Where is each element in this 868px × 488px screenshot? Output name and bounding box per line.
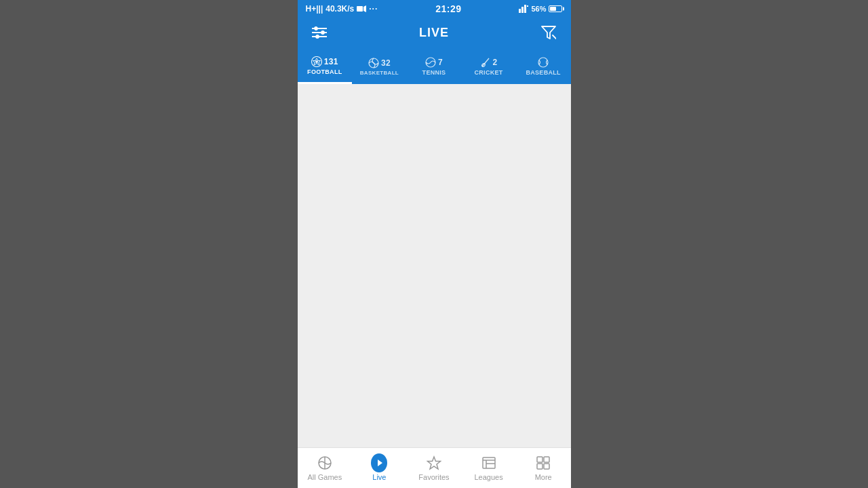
app-title: LIVE (419, 26, 449, 40)
data-icon (519, 5, 528, 13)
nav-favorites[interactable]: Favorites (407, 451, 462, 485)
tennis-count: 7 (438, 58, 443, 67)
main-content (298, 84, 571, 447)
status-bar: H+||| 40.3K/s ··· 21:29 56% (298, 0, 571, 18)
svg-rect-32 (544, 457, 549, 462)
tab-baseball[interactable]: BASEBALL (516, 47, 571, 84)
svg-point-12 (316, 35, 319, 38)
nav-all-games[interactable]: All Games (298, 451, 353, 485)
video-icon (357, 5, 366, 12)
more-label: More (535, 473, 552, 481)
battery-icon (549, 5, 562, 12)
status-right: 56% (519, 5, 562, 13)
svg-rect-34 (544, 464, 549, 469)
cricket-count: 2 (493, 58, 498, 67)
time-display: 21:29 (435, 3, 461, 14)
phone-frame: H+||| 40.3K/s ··· 21:29 56% (298, 0, 571, 488)
app-bar: LIVE (298, 18, 571, 47)
dots-icon: ··· (369, 4, 378, 14)
svg-point-17 (315, 60, 318, 63)
leagues-icon (481, 455, 497, 471)
football-label: FOOTBALL (307, 68, 342, 75)
svg-point-11 (321, 31, 324, 34)
svg-rect-0 (357, 6, 363, 12)
status-left: H+||| 40.3K/s ··· (306, 4, 378, 14)
tab-football[interactable]: 131 FOOTBALL (298, 47, 353, 84)
football-count: 131 (324, 57, 338, 66)
settings-icon-btn[interactable] (309, 22, 330, 43)
cricket-label: CRICKET (475, 69, 503, 76)
tab-cricket[interactable]: 2 CRICKET (461, 47, 516, 84)
svg-marker-26 (427, 457, 440, 469)
leagues-label: Leagues (474, 473, 502, 481)
basketball-count: 32 (381, 58, 391, 68)
svg-rect-4 (524, 5, 526, 13)
svg-line-20 (482, 58, 489, 66)
speed-text: 40.3K/s (326, 4, 354, 14)
basketball-label: BASKETBALL (360, 70, 399, 76)
svg-point-10 (315, 27, 317, 30)
svg-marker-13 (542, 26, 555, 39)
sport-tabs: 131 FOOTBALL 32 BASKETBALL (298, 47, 571, 84)
live-icon (371, 455, 387, 471)
favorites-label: Favorites (418, 473, 449, 481)
tennis-label: TENNIS (422, 69, 446, 76)
svg-rect-31 (537, 457, 542, 462)
baseball-label: BASEBALL (526, 69, 560, 76)
nav-more[interactable]: More (516, 451, 571, 485)
signal-text: H+||| (306, 4, 323, 14)
svg-rect-27 (483, 458, 495, 468)
nav-live[interactable]: Live (352, 451, 407, 485)
live-label: Live (372, 473, 386, 481)
svg-line-14 (553, 35, 556, 39)
svg-rect-33 (537, 464, 542, 469)
all-games-label: All Games (307, 473, 342, 481)
battery-percent: 56% (531, 5, 546, 13)
nav-leagues[interactable]: Leagues (461, 451, 516, 485)
all-games-icon (317, 455, 333, 471)
svg-marker-1 (363, 5, 366, 12)
more-icon (535, 455, 551, 471)
tab-basketball[interactable]: 32 BASKETBALL (352, 47, 407, 84)
favorites-icon (426, 455, 442, 471)
svg-rect-3 (521, 7, 524, 13)
filter-icon-btn[interactable] (538, 22, 559, 43)
tab-tennis[interactable]: 7 TENNIS (407, 47, 462, 84)
svg-marker-25 (378, 460, 382, 466)
bottom-nav: All Games Live Favorites (298, 447, 571, 488)
svg-rect-2 (519, 9, 521, 13)
